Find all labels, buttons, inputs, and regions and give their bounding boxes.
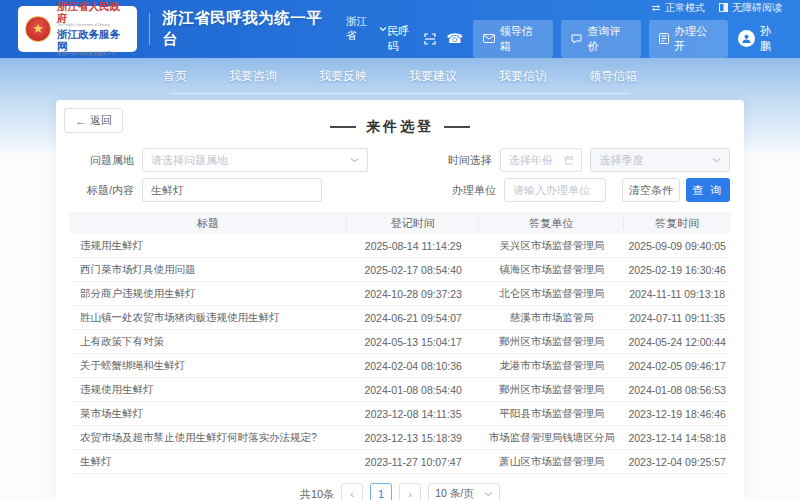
user-icon [741, 33, 752, 44]
mode-toggle-label: 正常模式 [665, 1, 705, 15]
region-filter-select[interactable]: 请选择问题属地 [142, 148, 368, 172]
row-title[interactable]: 违规使用生鲜灯 [70, 383, 347, 397]
doc-icon [659, 33, 669, 44]
header-button-2[interactable]: 查询评价 [561, 20, 641, 58]
row-reg-time: 2024-01-08 08:54:40 [347, 384, 479, 396]
swap-icon [651, 4, 661, 12]
minhu-code[interactable]: 民呼码 [387, 24, 436, 54]
row-title[interactable]: 菜市场生鲜灯 [70, 407, 347, 421]
quarter-select[interactable]: 选择季度 [590, 148, 730, 172]
row-title[interactable]: 部分商户违规使用生鲜灯 [70, 287, 347, 301]
row-reg-time: 2024-05-13 15:04:17 [347, 336, 479, 348]
nav-item-6[interactable]: 领导信箱 [589, 68, 637, 85]
service-title: 浙江政务服务网 [57, 29, 130, 52]
results-table: 标题 登记时间 答复单位 答复时间 违规用生鲜灯2025-08-14 11:14… [70, 212, 730, 474]
nav-item-5[interactable]: 我要信访 [499, 68, 547, 85]
mode-toggle[interactable]: 正常模式 [651, 1, 705, 15]
col-reg-time: 登记时间 [347, 218, 479, 229]
table-row[interactable]: 菜市场生鲜灯2023-12-08 14:11:35平阳县市场监督管理局2023-… [70, 402, 730, 426]
region-selector[interactable]: 浙江省 [346, 15, 387, 43]
row-reply-time: 2024-01-08 08:56:53 [624, 384, 730, 396]
row-title[interactable]: 上有政策下有对策 [70, 335, 347, 349]
current-page[interactable]: 1 [370, 483, 392, 500]
accessibility-label: 无障碍阅读 [732, 1, 782, 15]
unit-field[interactable] [504, 178, 606, 202]
table-row[interactable]: 违规用生鲜灯2025-08-14 11:14:29吴兴区市场监督管理局2025-… [70, 234, 730, 258]
region-filter-placeholder: 请选择问题属地 [151, 153, 350, 168]
header-button-3[interactable]: 办理公开 [649, 20, 728, 58]
table-row[interactable]: 生鲜灯2023-11-27 10:07:47萧山区市场监督管理局2023-12-… [70, 450, 730, 474]
row-reply-time: 2025-09-09 09:40:05 [624, 240, 730, 252]
region-label: 浙江省 [346, 15, 377, 43]
row-reply-unit: 鄞州区市场监督管理局 [479, 335, 624, 349]
content-card: ← 返回 来件选登 问题属地 请选择问题属地 时间选择 选择季度 标题/内容 [56, 100, 744, 500]
back-arrow-icon: ← [75, 115, 86, 127]
accessibility-toggle[interactable]: 无障碍阅读 [719, 1, 782, 15]
keyword-field[interactable] [142, 178, 322, 202]
row-title[interactable]: 胜山镇一处农贸市场猪肉贩违规使用生鲜灯 [70, 311, 347, 325]
row-reply-time: 2023-12-14 14:58:18 [624, 432, 730, 444]
phone-icon[interactable]: ☎ [446, 31, 462, 46]
row-title[interactable]: 西门菜市场灯具使用问题 [70, 263, 347, 277]
nav-underline [170, 93, 630, 94]
user-menu[interactable]: 孙鹏 [738, 24, 782, 54]
nav-item-4[interactable]: 我要建议 [409, 68, 457, 85]
page-title: 来件选登 [366, 118, 434, 136]
clear-filters-button[interactable]: 清空条件 [622, 178, 680, 202]
page-title-wrap: 来件选登 [70, 118, 730, 136]
nav-item-2[interactable]: 我要咨询 [229, 68, 277, 85]
table-row[interactable]: 胜山镇一处农贸市场猪肉贩违规使用生鲜灯2024-06-21 09:54:07慈溪… [70, 306, 730, 330]
page-size-label: 10 条/页 [435, 487, 474, 500]
row-title[interactable]: 生鲜灯 [70, 455, 347, 469]
row-reply-unit: 平阳县市场监督管理局 [479, 407, 624, 421]
col-reply-time: 答复时间 [624, 218, 730, 229]
row-title[interactable]: 农贸市场及超市禁止使用生鲜灯何时落实办法规定? [70, 431, 347, 445]
mail-icon [483, 34, 495, 43]
header-actions-row: 民呼码 ☎ 领导信箱查询评价办理公开 孙鹏 [387, 20, 782, 58]
row-reply-unit: 镇海区市场监督管理局 [479, 263, 624, 277]
back-button[interactable]: ← 返回 [64, 108, 123, 133]
row-reply-unit: 市场监督管理局钱塘区分局 [479, 431, 624, 445]
unit-input[interactable] [513, 184, 597, 196]
gov-title: 浙江省人民政府 [57, 1, 130, 24]
search-button[interactable]: 查 询 [686, 178, 730, 202]
header-button-1[interactable]: 领导信箱 [473, 20, 554, 58]
row-reply-time: 2024-02-05 09:46:17 [624, 360, 730, 372]
platform-title: 浙江省民呼我为统一平台 [162, 8, 338, 50]
row-reply-time: 2024-07-11 09:11:35 [624, 312, 730, 324]
back-label: 返回 [90, 113, 112, 128]
year-picker[interactable] [500, 148, 583, 172]
gov-logo[interactable]: ★ 浙江省人民政府 The People's Government of Zhe… [18, 6, 137, 52]
quarter-placeholder: 选择季度 [599, 153, 712, 168]
table-row[interactable]: 违规使用生鲜灯2024-01-08 08:54:40鄞州区市场监督管理局2024… [70, 378, 730, 402]
chevron-down-icon [712, 157, 721, 163]
pagination-total: 共10条 [300, 487, 334, 500]
page-size-select[interactable]: 10 条/页 [428, 483, 500, 500]
row-reply-unit: 北仑区市场监督管理局 [479, 287, 624, 301]
nav-item-1[interactable]: 首页 [163, 68, 187, 85]
row-reg-time: 2023-11-27 10:07:47 [347, 456, 479, 468]
table-row[interactable]: 农贸市场及超市禁止使用生鲜灯何时落实办法规定?2023-12-13 15:18:… [70, 426, 730, 450]
keyword-input[interactable] [151, 184, 313, 196]
title-dash [330, 126, 356, 128]
table-row[interactable]: 部分商户违规使用生鲜灯2024-10-28 09:37:23北仑区市场监督管理局… [70, 282, 730, 306]
next-page-button[interactable]: › [399, 483, 421, 500]
table-row[interactable]: 上有政策下有对策2024-05-13 15:04:17鄞州区市场监督管理局202… [70, 330, 730, 354]
prev-page-button[interactable]: ‹ [341, 483, 363, 500]
row-title[interactable]: 关于螃蟹绑绳和生鲜灯 [70, 359, 347, 373]
row-reg-time: 2023-12-08 14:11:35 [347, 408, 479, 420]
nav-item-3[interactable]: 我要反映 [319, 68, 367, 85]
pagination: 共10条 ‹ 1 › 10 条/页 [70, 483, 730, 500]
row-reply-unit: 慈溪市市场监管局 [479, 311, 624, 325]
table-row[interactable]: 西门菜市场灯具使用问题2025-02-17 08:54:40镇海区市场监督管理局… [70, 258, 730, 282]
user-name: 孙鹏 [760, 24, 782, 54]
keyword-filter-label: 标题/内容 [70, 183, 134, 198]
row-reg-time: 2024-02-04 08:10:36 [347, 360, 479, 372]
table-row[interactable]: 关于螃蟹绑绳和生鲜灯2024-02-04 08:10:36龙港市市场监督管理局2… [70, 354, 730, 378]
time-filter-label: 时间选择 [428, 153, 492, 168]
header-button-label: 领导信箱 [500, 24, 544, 54]
chevron-down-icon [350, 157, 359, 163]
year-input[interactable] [509, 154, 565, 166]
row-title[interactable]: 违规用生鲜灯 [70, 239, 347, 253]
qr-scan-icon [424, 33, 436, 45]
